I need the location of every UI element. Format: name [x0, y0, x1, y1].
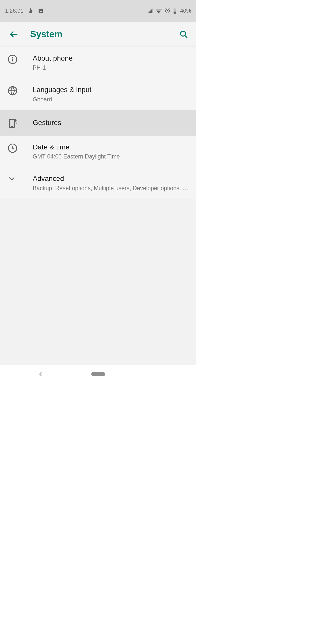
list-item-date-time[interactable]: Date & time GMT-04:00 Eastern Daylight T…: [0, 136, 196, 167]
settings-list: About phone PH-1 Languages & input Gboar…: [0, 47, 196, 199]
wifi-icon: [155, 8, 162, 14]
item-title: Advanced: [33, 174, 189, 183]
item-title: Gestures: [33, 118, 189, 127]
photos-icon: [38, 8, 44, 14]
svg-rect-9: [174, 12, 176, 14]
nav-home-pill[interactable]: [91, 372, 105, 376]
chevron-down-icon: [8, 174, 25, 183]
list-item-languages-input[interactable]: Languages & input Gboard: [0, 78, 196, 110]
item-subtitle: Gboard: [33, 96, 189, 103]
cell-signal-icon: [147, 8, 153, 14]
list-item-about-phone[interactable]: About phone PH-1: [0, 47, 196, 78]
status-time: 1:26:01: [5, 8, 23, 14]
list-item-gestures[interactable]: Gestures: [0, 110, 196, 136]
app-bar: System: [0, 22, 196, 47]
item-title: Languages & input: [33, 85, 189, 94]
item-title: About phone: [33, 54, 189, 63]
svg-marker-5: [157, 11, 160, 14]
status-bar: 1:26:01 40%: [0, 0, 196, 22]
svg-point-13: [12, 57, 13, 58]
alarm-icon: [164, 8, 171, 14]
battery-percent: 40%: [180, 8, 191, 14]
back-button[interactable]: [5, 25, 23, 43]
gesture-phone-icon: [8, 117, 25, 129]
item-subtitle: PH-1: [33, 64, 189, 71]
battery-icon: [173, 8, 177, 14]
svg-marker-3: [148, 9, 152, 13]
list-item-advanced[interactable]: Advanced Backup, Reset options, Multiple…: [0, 167, 196, 198]
nav-back-button[interactable]: [38, 371, 43, 377]
touch-icon: [28, 8, 33, 14]
svg-rect-8: [174, 8, 175, 9]
svg-rect-1: [39, 9, 43, 13]
nav-bar: [0, 365, 196, 383]
info-icon: [8, 54, 25, 64]
item-title: Date & time: [33, 143, 189, 152]
search-button[interactable]: [176, 27, 191, 42]
item-subtitle: Backup, Reset options, Multiple users, D…: [33, 185, 189, 192]
clock-icon: [8, 143, 25, 153]
item-subtitle: GMT-04:00 Eastern Daylight Time: [33, 153, 189, 160]
globe-icon: [8, 85, 25, 96]
page-title: System: [30, 29, 62, 39]
